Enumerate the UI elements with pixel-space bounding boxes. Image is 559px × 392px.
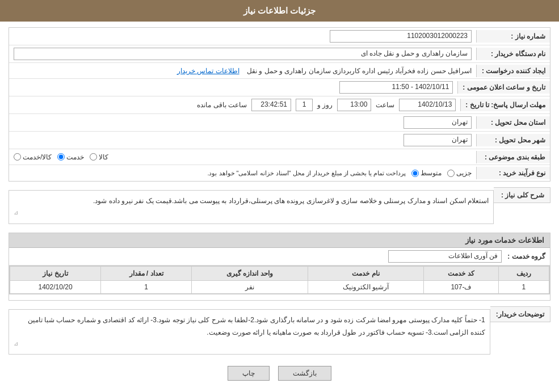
deadline-date-box: 1402/10/13 — [399, 99, 456, 111]
province-box: تهران — [404, 116, 472, 129]
process-options: متوسط جزیی پرداخت تمام یا بخشی از مبلغ خ… — [9, 167, 476, 179]
process-jozi-label: جزیی — [456, 169, 472, 177]
col-unit: واحد اندازه گیری — [192, 267, 308, 281]
city-label: شهر محل تحویل : — [476, 134, 550, 146]
service-table-container: ردیف کد خدمت نام خدمت واحد اندازه گیری ت… — [9, 265, 550, 294]
print-button[interactable]: چاپ — [228, 366, 270, 381]
category-kala-label: کالا — [99, 153, 108, 161]
need-description-text: استعلام اسکن اسناد و مدارک پرسنلی و خلاص… — [93, 197, 489, 205]
announce-date-label: تاریخ و ساعت اعلان عمومی : — [457, 81, 550, 94]
requester-text: اسرافیل حسن زاده فخرآباد رئیس اداره کارب… — [247, 67, 472, 75]
requester-label: ایجاد کننده درخواست : — [476, 65, 550, 77]
category-label: طبقه بندی موضوعی : — [476, 151, 550, 163]
category-kala-radio[interactable] — [90, 153, 97, 161]
deadline-row: مهلت ارسال پاسخ: تا تاریخ : 1402/10/13 س… — [9, 96, 550, 114]
announce-date-value: 1402/10/11 - 11:50 — [9, 79, 457, 96]
category-kala-khidmat-radio[interactable] — [14, 153, 21, 161]
col-quantity: تعداد / مقدار — [101, 267, 192, 281]
service-section-title: اطلاعات خدمات مورد نیاز — [9, 233, 550, 248]
col-date: تاریخ نیاز — [10, 267, 101, 281]
deadline-remaining-box: 23:42:51 — [251, 99, 291, 111]
deadline-label: مهلت ارسال پاسخ: تا تاریخ : — [460, 99, 550, 111]
requester-value: اسرافیل حسن زاده فخرآباد رئیس اداره کارب… — [9, 65, 476, 77]
city-box: تهران — [404, 134, 472, 146]
table-cell: نفر — [192, 281, 308, 294]
buyer-notes-box: 1- حتماً کلیه مدارک پیوستی مهرو امضا شرک… — [9, 309, 490, 355]
deadline-value: 1402/10/13 ساعت 13:00 روز و 1 23:42:51 س… — [9, 96, 460, 113]
service-table: ردیف کد خدمت نام خدمت واحد اندازه گیری ت… — [10, 266, 549, 294]
table-cell: ف-107 — [424, 281, 499, 294]
category-kala: کالا — [90, 153, 108, 161]
process-label: نوع فرآیند خرید : — [476, 167, 550, 179]
buyer-notes-label: توضیحات خریدار: — [490, 306, 550, 322]
table-cell: 1 — [101, 281, 192, 294]
city-row: شهر محل تحویل : تهران — [9, 132, 550, 149]
service-group-row: گروه خدمت : فن آوری اطلاعات — [9, 248, 550, 265]
table-cell: 1 — [498, 281, 549, 294]
back-button[interactable]: بازگشت — [278, 366, 331, 381]
page-header: جزئیات اطلاعات نیاز — [0, 0, 559, 22]
bottom-buttons: بازگشت چاپ — [9, 366, 550, 381]
requester-contact-link[interactable]: اطلاعات تماس خریدار — [177, 67, 239, 75]
deadline-days-box: 1 — [296, 99, 313, 111]
deadline-time-box: 13:00 — [337, 99, 371, 111]
process-motavaset: متوسط — [411, 169, 442, 177]
buyer-org-label: نام دستگاه خریدار : — [476, 48, 550, 60]
resize-handle-icon-2: ⊿ — [14, 339, 18, 349]
city-value: تهران — [9, 132, 476, 149]
process-row: نوع فرآیند خرید : متوسط جزیی — [9, 165, 550, 181]
resize-handle-icon: ⊿ — [14, 208, 18, 218]
col-service-name: نام خدمت — [308, 267, 423, 281]
page-title: جزئیات اطلاعات نیاز — [243, 6, 316, 15]
service-group-label: گروه خدمت : — [507, 252, 545, 260]
need-description-box: استعلام اسکن اسناد و مدارک پرسنلی و خلاص… — [9, 190, 494, 224]
need-description-section: شرح کلی نیاز : استعلام اسکن اسناد و مدار… — [9, 187, 550, 227]
announce-date-row: تاریخ و ساعت اعلان عمومی : 1402/10/11 - … — [9, 79, 550, 96]
need-number-label: شماره نیاز : — [476, 30, 550, 43]
category-options: کالا/خدمت خدمت کالا — [9, 151, 476, 163]
table-row: 1ف-107آرشیو الکترونیکنفر11402/10/20 — [10, 281, 549, 294]
col-row-num: ردیف — [498, 267, 549, 281]
table-header-row: ردیف کد خدمت نام خدمت واحد اندازه گیری ت… — [10, 267, 549, 281]
province-row: استان محل تحویل : تهران — [9, 114, 550, 132]
deadline-time-label: ساعت — [376, 101, 394, 109]
table-cell: آرشیو الکترونیک — [308, 281, 423, 294]
province-value: تهران — [9, 114, 476, 131]
process-motavaset-label: متوسط — [421, 169, 442, 177]
requester-row: ایجاد کننده درخواست : اسرافیل حسن زاده ف… — [9, 63, 550, 79]
process-jozi-radio[interactable] — [447, 170, 455, 177]
deadline-days-label: روز و — [317, 101, 333, 109]
need-description-label: شرح کلی نیاز : — [494, 187, 550, 203]
main-info-section: شماره نیاز : 1102003012000223 نام دستگاه… — [9, 27, 550, 182]
service-group-value: فن آوری اطلاعات — [388, 250, 502, 263]
announce-date-box: 1402/10/11 - 11:50 — [339, 81, 453, 94]
category-khidmat-radio[interactable] — [57, 153, 65, 161]
need-number-box: 1102003012000223 — [330, 30, 472, 43]
category-khidmat-label: خدمت — [66, 153, 84, 161]
process-note: پرداخت تمام یا بخشی از مبلغ خریدار از مح… — [207, 170, 406, 177]
buyer-notes-section: توضیحات خریدار: 1- حتماً کلیه مدارک پیوس… — [9, 306, 550, 357]
buyer-notes-text: 1- حتماً کلیه مدارک پیوستی مهرو امضا شرک… — [28, 316, 485, 336]
buyer-org-box: سازمان راهداری و حمل و نقل جاده ای — [14, 48, 472, 60]
table-cell: 1402/10/20 — [10, 281, 101, 294]
process-motavaset-radio[interactable] — [411, 170, 419, 177]
service-info-section: اطلاعات خدمات مورد نیاز گروه خدمت : فن آ… — [9, 233, 550, 301]
deadline-remaining-label: ساعت باقی مانده — [197, 101, 247, 109]
category-row: طبقه بندی موضوعی : کالا/خدمت خدمت کالا — [9, 149, 550, 165]
buyer-org-value: سازمان راهداری و حمل و نقل جاده ای — [9, 45, 476, 62]
need-number-value: 1102003012000223 — [9, 28, 476, 45]
col-service-code: کد خدمت — [424, 267, 499, 281]
category-kala-khidmat: کالا/خدمت — [14, 153, 52, 161]
category-khidmat: خدمت — [57, 153, 84, 161]
process-jozi: جزیی — [447, 169, 472, 177]
category-kala-khidmat-label: کالا/خدمت — [23, 153, 52, 161]
buyer-org-row: نام دستگاه خریدار : سازمان راهداری و حمل… — [9, 45, 550, 63]
province-label: استان محل تحویل : — [476, 116, 550, 129]
need-number-row: شماره نیاز : 1102003012000223 — [9, 28, 550, 45]
